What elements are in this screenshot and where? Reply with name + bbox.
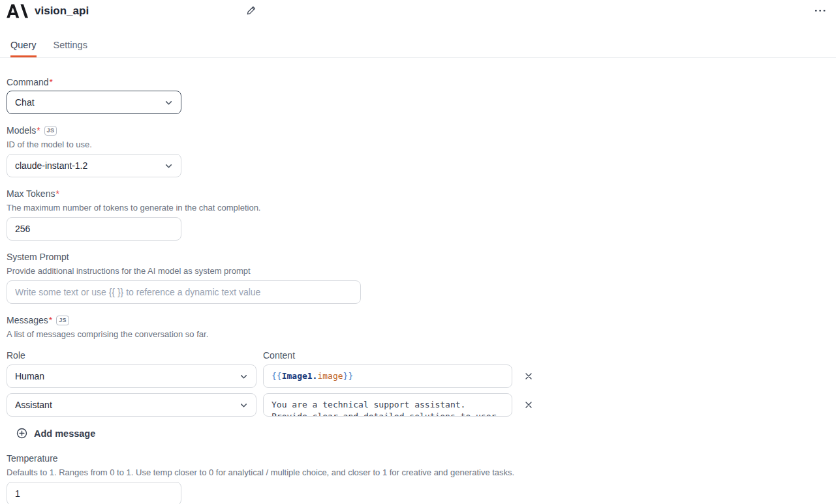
- command-field: Command* Chat: [7, 76, 826, 114]
- content-column-label: Content: [263, 349, 512, 362]
- message-content-input[interactable]: You are a technical support assistant. P…: [263, 393, 512, 417]
- messages-rows: Human {{Image1.image}} Assistant You are…: [7, 364, 826, 417]
- role-column-label: Role: [7, 349, 256, 362]
- more-options-button[interactable]: [814, 5, 827, 16]
- models-label: Models* JS: [7, 124, 826, 137]
- chevron-down-icon: [240, 372, 248, 381]
- chevron-down-icon: [164, 98, 173, 107]
- messages-field: Messages* JS A list of messages comprisi…: [7, 314, 826, 439]
- chevron-down-icon: [164, 162, 173, 170]
- binding-property: image: [317, 371, 343, 381]
- messages-column-headers: Role Content: [7, 349, 826, 362]
- required-marker: *: [49, 314, 52, 327]
- page-title: vision_api: [35, 5, 89, 18]
- query-form: Command* Chat Models* JS ID of the model…: [0, 58, 836, 504]
- message-role-select[interactable]: Human: [7, 364, 256, 388]
- max-tokens-input[interactable]: [7, 217, 181, 241]
- close-icon: [525, 372, 533, 380]
- temperature-label: Temperature: [7, 452, 826, 465]
- remove-message-button[interactable]: [519, 364, 538, 388]
- command-select[interactable]: Chat: [7, 91, 181, 114]
- tab-query[interactable]: Query: [10, 36, 37, 57]
- command-label: Command*: [7, 76, 826, 89]
- ellipsis-icon: [815, 9, 826, 12]
- binding-open: {{: [271, 371, 282, 381]
- header: vision_api: [0, 1, 836, 21]
- models-field: Models* JS ID of the model to use. claud…: [7, 124, 826, 177]
- binding-entity: Image1.: [282, 371, 318, 381]
- tab-bar: Query Settings: [0, 36, 836, 58]
- models-select[interactable]: claude-instant-1.2: [7, 154, 181, 177]
- required-marker: *: [55, 187, 59, 200]
- role-value: Human: [15, 371, 44, 381]
- required-marker: *: [50, 76, 53, 89]
- binding-close: }}: [343, 371, 354, 381]
- max-tokens-field: Max Tokens* The maximum number of tokens…: [7, 187, 826, 241]
- message-role-select[interactable]: Assistant: [7, 393, 256, 417]
- max-tokens-help-text: The maximum number of tokens to generate…: [7, 202, 826, 213]
- add-message-button[interactable]: Add message: [16, 428, 95, 439]
- required-marker: *: [37, 124, 40, 137]
- pencil-icon: [246, 5, 256, 16]
- system-prompt-help-text: Provide additional instructions for the …: [7, 265, 826, 276]
- js-toggle-badge[interactable]: JS: [44, 126, 57, 136]
- models-value: claude-instant-1.2: [15, 160, 87, 171]
- max-tokens-label: Max Tokens*: [7, 187, 826, 200]
- anthropic-logo-icon: [7, 3, 28, 19]
- close-icon: [525, 401, 533, 409]
- temperature-field: Temperature Defaults to 1. Ranges from 0…: [7, 452, 826, 504]
- temperature-input[interactable]: [7, 482, 181, 504]
- temperature-help-text: Defaults to 1. Ranges from 0 to 1. Use t…: [7, 467, 826, 478]
- role-value: Assistant: [15, 400, 52, 410]
- chevron-down-icon: [240, 401, 248, 409]
- add-message-label: Add message: [34, 428, 95, 439]
- messages-help-text: A list of messages comprising the conver…: [7, 329, 826, 340]
- add-circle-icon: [16, 428, 27, 439]
- models-help-text: ID of the model to use.: [7, 139, 826, 150]
- edit-title-button[interactable]: [244, 3, 258, 18]
- message-content-input[interactable]: {{Image1.image}}: [263, 364, 512, 388]
- js-toggle-badge[interactable]: JS: [56, 316, 69, 325]
- system-prompt-field: System Prompt Provide additional instruc…: [7, 250, 826, 304]
- system-prompt-input[interactable]: [7, 280, 361, 304]
- command-value: Chat: [15, 97, 35, 108]
- tab-settings[interactable]: Settings: [54, 36, 87, 57]
- system-prompt-label: System Prompt: [7, 250, 826, 263]
- remove-message-button[interactable]: [519, 393, 538, 417]
- messages-label: Messages* JS: [7, 314, 826, 327]
